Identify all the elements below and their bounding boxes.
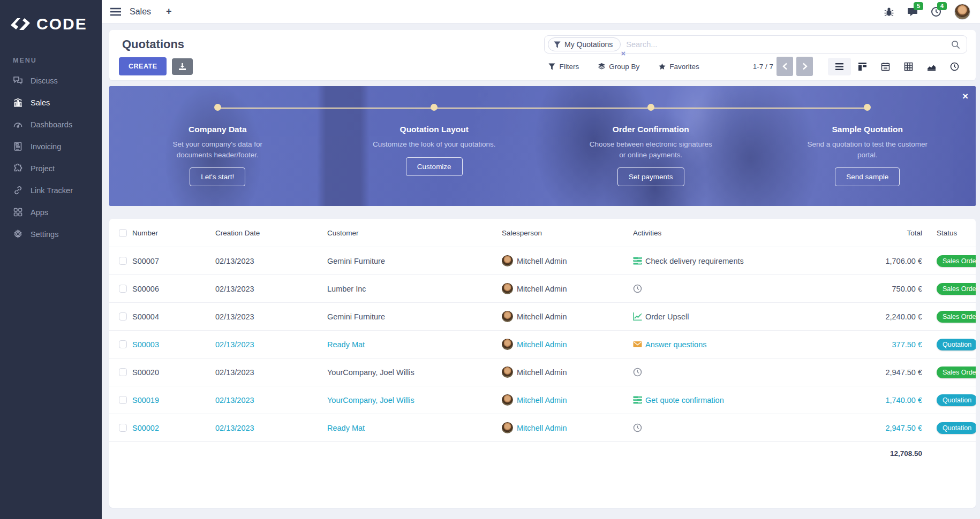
cell-activity[interactable] bbox=[633, 284, 815, 293]
user-avatar[interactable] bbox=[954, 4, 970, 20]
step-title: Company Data bbox=[189, 125, 247, 134]
view-calendar-button[interactable] bbox=[874, 58, 897, 75]
cell-salesperson: Mitchell Admin bbox=[517, 257, 567, 265]
salesperson-avatar bbox=[502, 394, 513, 406]
sidebar-item-label: Sales bbox=[31, 98, 50, 107]
view-list-button[interactable] bbox=[828, 58, 851, 75]
table-row-s00003[interactable]: S0000302/13/2023Ready MatMitchell AdminA… bbox=[109, 330, 976, 358]
table-row-s00002[interactable]: S0000202/13/2023Ready MatMitchell Admin2… bbox=[109, 414, 976, 441]
table-row-s00019[interactable]: S0001902/13/2023YourCompany, Joel Willis… bbox=[109, 386, 976, 414]
cell-creation-date: 02/13/2023 bbox=[215, 257, 327, 265]
activity-label: Order Upsell bbox=[645, 312, 689, 321]
cell-activity[interactable]: Order Upsell bbox=[633, 312, 815, 321]
view-graph-button[interactable] bbox=[920, 58, 943, 75]
content: Quotations My Quotations × CREATE bbox=[102, 24, 980, 508]
salesperson-avatar bbox=[502, 422, 513, 433]
cell-activity[interactable]: Check delivery requirements bbox=[633, 256, 815, 265]
cell-activity[interactable]: Get quote confirmation bbox=[633, 395, 815, 404]
filter-funnel-icon bbox=[554, 41, 561, 48]
sidebar-item-label: Project bbox=[31, 164, 55, 173]
step-action-button[interactable]: Send sample bbox=[835, 167, 900, 186]
sidebar-item-invoicing[interactable]: Invoicing bbox=[0, 135, 102, 157]
banner-close-icon[interactable]: × bbox=[962, 90, 968, 102]
row-checkbox[interactable] bbox=[119, 396, 127, 404]
sidebar-item-settings[interactable]: Settings bbox=[0, 223, 102, 245]
sidebar-item-apps[interactable]: Apps bbox=[0, 201, 102, 223]
step-description: Choose between electronic signatures or … bbox=[589, 139, 712, 160]
table-row-s00004[interactable]: S0000402/13/2023Gemini FurnitureMitchell… bbox=[109, 302, 976, 330]
brand[interactable]: CODE bbox=[0, 10, 102, 47]
messages-count-badge: 5 bbox=[914, 2, 923, 10]
activity-label: Answer questions bbox=[645, 340, 706, 349]
cell-total: 1,740.00 € bbox=[815, 396, 922, 404]
cell-customer: Ready Mat bbox=[327, 424, 502, 432]
column-header-salesperson[interactable]: Salesperson bbox=[502, 229, 633, 237]
cell-activity[interactable] bbox=[633, 423, 815, 432]
activities-clock-icon[interactable]: 4 bbox=[931, 6, 941, 17]
column-header-customer[interactable]: Customer bbox=[327, 229, 502, 237]
pager-next-button[interactable] bbox=[796, 57, 813, 76]
search-bar[interactable]: My Quotations × bbox=[544, 35, 967, 54]
sidebar-item-sales[interactable]: Sales bbox=[0, 91, 102, 113]
pager-previous-button[interactable] bbox=[777, 57, 793, 76]
group-by-button[interactable]: Group By bbox=[598, 63, 639, 71]
view-activity-button[interactable] bbox=[943, 58, 966, 75]
sidebar-nav: DiscussSalesDashboardsInvoicingProjectLi… bbox=[0, 70, 102, 245]
row-checkbox[interactable] bbox=[119, 312, 127, 320]
cell-activity[interactable] bbox=[633, 368, 815, 377]
step-action-button[interactable]: Set payments bbox=[617, 167, 684, 186]
export-button[interactable] bbox=[172, 58, 193, 75]
row-checkbox[interactable] bbox=[119, 257, 127, 265]
row-checkbox[interactable] bbox=[119, 285, 127, 293]
status-badge: Sales Order bbox=[937, 255, 976, 267]
cell-activity[interactable]: Answer questions bbox=[633, 340, 815, 349]
group-by-icon bbox=[598, 63, 605, 70]
search-input[interactable] bbox=[621, 40, 951, 49]
filters-button[interactable]: Filters bbox=[548, 63, 579, 71]
column-header-number[interactable]: Number bbox=[132, 229, 215, 237]
step-title: Quotation Layout bbox=[400, 125, 469, 134]
facet-remove-icon[interactable]: × bbox=[621, 49, 626, 58]
debug-bug-icon[interactable] bbox=[884, 6, 894, 17]
step-description: Customize the look of your quotations. bbox=[373, 139, 496, 150]
favorites-button[interactable]: Favorites bbox=[659, 63, 699, 71]
table-row-s00007[interactable]: S0000702/13/2023Gemini FurnitureMitchell… bbox=[109, 247, 976, 274]
sidebar-item-discuss[interactable]: Discuss bbox=[0, 70, 102, 91]
cell-creation-date: 02/13/2023 bbox=[215, 312, 327, 321]
select-all-checkbox[interactable] bbox=[119, 229, 127, 237]
status-badge: Sales Order bbox=[937, 367, 976, 378]
sidebar-item-dashboards[interactable]: Dashboards bbox=[0, 113, 102, 135]
create-button[interactable]: CREATE bbox=[119, 57, 167, 75]
onboarding-step-4: Sample QuotationSend a quotation to test… bbox=[759, 86, 976, 206]
sidebar-item-project[interactable]: Project bbox=[0, 157, 102, 179]
brand-name: CODE bbox=[36, 15, 87, 33]
cell-salesperson: Mitchell Admin bbox=[517, 424, 567, 432]
column-header-total[interactable]: Total bbox=[815, 229, 922, 237]
column-header-creation-date[interactable]: Creation Date bbox=[215, 229, 327, 237]
cell-total: 2,240.00 € bbox=[815, 312, 922, 321]
list-activity-icon bbox=[633, 256, 642, 265]
sidebar-item-label: Apps bbox=[31, 208, 48, 217]
clock-activity-icon bbox=[633, 368, 642, 377]
table-row-s00006[interactable]: S0000602/13/2023Lumber IncMitchell Admin… bbox=[109, 274, 976, 302]
view-kanban-button[interactable] bbox=[851, 58, 874, 75]
topbar-tab-sales[interactable]: Sales bbox=[130, 7, 151, 17]
cell-creation-date: 02/13/2023 bbox=[215, 424, 327, 432]
column-header-activities[interactable]: Activities bbox=[633, 229, 815, 237]
row-checkbox[interactable] bbox=[119, 368, 127, 376]
new-tab-button[interactable]: + bbox=[166, 6, 172, 17]
table-row-s00020[interactable]: S0002002/13/2023YourCompany, Joel Willis… bbox=[109, 358, 976, 386]
row-checkbox[interactable] bbox=[119, 340, 127, 348]
column-header-status[interactable]: Status bbox=[922, 229, 976, 237]
row-checkbox[interactable] bbox=[119, 424, 127, 432]
chevron-left-icon bbox=[782, 63, 788, 70]
view-pivot-button[interactable] bbox=[897, 58, 920, 75]
sidebar-item-link-tracker[interactable]: Link Tracker bbox=[0, 179, 102, 201]
search-facet-my-quotations[interactable]: My Quotations × bbox=[548, 37, 621, 51]
messages-icon[interactable]: 5 bbox=[907, 6, 918, 17]
step-action-button[interactable]: Customize bbox=[406, 157, 463, 176]
search-icon[interactable] bbox=[951, 40, 960, 49]
step-action-button[interactable]: Let's start! bbox=[190, 167, 245, 186]
salesperson-avatar bbox=[502, 283, 513, 294]
hamburger-menu-icon[interactable] bbox=[110, 7, 121, 16]
